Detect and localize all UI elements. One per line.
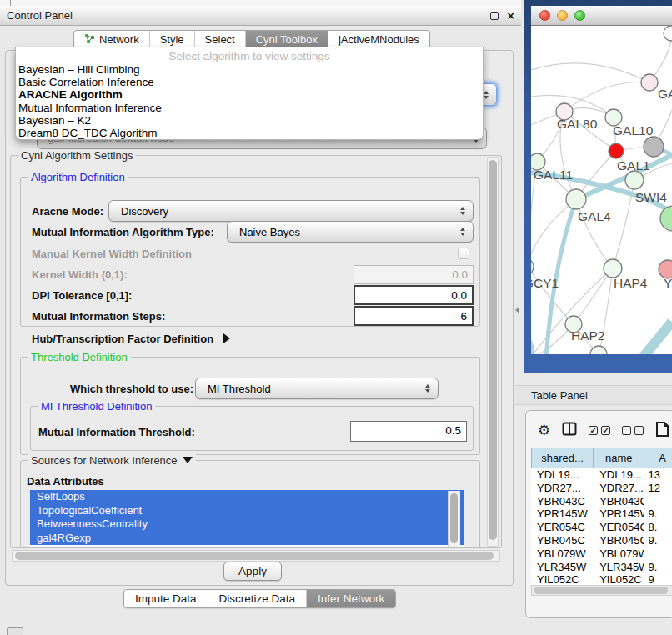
tab-select[interactable]: Select xyxy=(195,31,246,48)
column-header-partial[interactable]: A xyxy=(644,448,672,468)
network-node[interactable] xyxy=(609,143,624,158)
which-threshold-combo[interactable]: MI Threshold xyxy=(195,378,439,399)
table-cell[interactable]: YBR043C xyxy=(531,495,594,508)
dropdown-item-basic-correlation[interactable]: Basic Correlation Inference xyxy=(16,76,483,88)
table-row[interactable]: YPR145WYPR145W9. xyxy=(531,508,672,521)
table-cell[interactable]: 9. xyxy=(644,534,672,548)
attribute-item-betweennesscentrality[interactable]: BetweennessCentrality xyxy=(30,518,464,532)
columns-icon[interactable] xyxy=(562,422,577,439)
table-row[interactable]: YER054CYER054C8. xyxy=(531,521,672,534)
gear-icon[interactable]: ⚙ xyxy=(538,423,550,438)
tab-network[interactable]: Network xyxy=(74,31,150,48)
column-header-shared[interactable]: shared... xyxy=(531,448,594,468)
table-cell[interactable] xyxy=(644,495,672,508)
table-cell[interactable]: YLR345W xyxy=(594,561,644,574)
table-cell[interactable]: YER054C xyxy=(531,521,594,534)
network-edge[interactable] xyxy=(531,63,649,82)
window-zoom-button[interactable] xyxy=(574,10,585,21)
table-cell[interactable]: YBL079W xyxy=(594,548,644,561)
network-node[interactable] xyxy=(566,189,586,209)
network-node[interactable] xyxy=(641,74,658,91)
table-row[interactable]: YLR345WYLR345W9. xyxy=(531,561,672,574)
dropdown-item-bayesian-hill-climbing[interactable]: Bayesian – Hill Climbing xyxy=(16,63,483,76)
table-cell[interactable]: YDL19... xyxy=(531,468,594,482)
table-horizontal-scrollbar-thumb[interactable] xyxy=(534,587,668,594)
network-edge[interactable] xyxy=(531,199,576,265)
table-row[interactable]: YBR045CYBR045C9. xyxy=(531,534,672,548)
table-cell[interactable]: YBL079W xyxy=(531,548,594,561)
network-view-canvas[interactable]: GALGAL80GAL10GAL1GAL11SWI4GAL4GCY1HAP4YH… xyxy=(531,26,672,354)
network-node[interactable] xyxy=(664,26,672,41)
table-cell[interactable]: YBR045C xyxy=(531,534,594,548)
hub-definition-disclosure[interactable]: Hub/Transcription Factor Definition xyxy=(32,332,230,345)
tab-impute-data[interactable]: Impute Data xyxy=(124,590,208,608)
dpi-tolerance-field[interactable]: 0.0 xyxy=(354,285,474,305)
deselect-all-checkboxes-icon[interactable] xyxy=(622,426,644,435)
tab-style-label: Style xyxy=(160,33,184,46)
attribute-item-topologicalcoefficient[interactable]: TopologicalCoefficient xyxy=(30,504,464,518)
network-node[interactable] xyxy=(660,206,672,231)
settings-horizontal-scrollbar-thumb[interactable] xyxy=(15,552,494,560)
float-window-icon[interactable] xyxy=(490,12,499,20)
network-node[interactable] xyxy=(604,259,622,278)
network-edge[interactable] xyxy=(564,82,649,112)
panel-splitter-arrow[interactable] xyxy=(515,307,519,313)
select-all-checkboxes-icon[interactable]: ✓✓ xyxy=(589,426,610,435)
window-close-button[interactable] xyxy=(539,10,550,21)
dropdown-item-bayesian-k2[interactable]: Bayesian – K2 xyxy=(16,114,483,127)
dropdown-item-mutual-information[interactable]: Mutual Information Inference xyxy=(16,102,483,114)
network-node-label: GAL10 xyxy=(613,123,654,138)
table-cell[interactable]: YLR345W xyxy=(531,561,594,574)
network-window-titlebar[interactable] xyxy=(531,6,672,26)
table-cell[interactable]: 9. xyxy=(644,508,672,521)
network-node[interactable] xyxy=(644,137,664,157)
table-row[interactable]: YDR27...YDR27...12 xyxy=(531,482,672,495)
table-cell[interactable]: YBR043C xyxy=(594,495,644,508)
mi-algorithm-type-value: Naive Bayes xyxy=(239,226,300,238)
tab-discretize-data[interactable]: Discretize Data xyxy=(208,590,308,608)
table-row[interactable]: YDL19...YDL19...13 xyxy=(531,468,672,482)
column-header-name[interactable]: name xyxy=(594,448,644,468)
data-attributes-label: Data Attributes xyxy=(27,475,104,488)
apply-button[interactable]: Apply xyxy=(223,562,282,581)
mi-threshold-field[interactable]: 0.5 xyxy=(350,421,467,442)
table-cell[interactable]: YDR27... xyxy=(531,482,594,495)
table-cell[interactable]: YBR045C xyxy=(594,534,644,548)
settings-vertical-scrollbar-thumb[interactable] xyxy=(489,160,497,540)
table-row[interactable]: YBL079WYBL079W xyxy=(531,548,672,561)
tab-cyni-toolbox[interactable]: Cyni Toolbox xyxy=(246,31,328,48)
manual-kernel-width-checkbox[interactable] xyxy=(458,248,469,259)
table-cell[interactable]: YPR145W xyxy=(531,508,594,521)
table-cell[interactable]: 13 xyxy=(644,468,672,482)
table-cell[interactable] xyxy=(644,548,672,561)
attribute-item-selfloops[interactable]: SelfLoops xyxy=(30,490,464,504)
window-minimize-button[interactable] xyxy=(557,10,568,21)
table-cell[interactable]: 8. xyxy=(644,521,672,534)
dropdown-item-dream8[interactable]: Dream8 DC_TDC Algorithm xyxy=(16,127,483,139)
network-edge-highlighted[interactable] xyxy=(642,322,672,354)
tab-style[interactable]: Style xyxy=(150,31,195,48)
table-row[interactable]: YBR043CYBR043C xyxy=(531,495,672,508)
network-node[interactable] xyxy=(590,346,607,354)
close-icon[interactable]: × xyxy=(507,12,514,20)
mi-algorithm-type-combo[interactable]: Naive Bayes xyxy=(227,221,474,242)
mi-steps-field[interactable]: 6 xyxy=(354,306,474,326)
network-edge-highlighted[interactable] xyxy=(531,330,532,354)
table-cell[interactable]: 12 xyxy=(644,482,672,495)
table-cell[interactable]: YDR27... xyxy=(594,482,644,495)
table-cell[interactable]: 9. xyxy=(644,561,672,574)
tab-jactivemnodules[interactable]: jActiveMNodules xyxy=(328,31,429,48)
new-table-icon[interactable] xyxy=(655,421,672,440)
network-edge[interactable] xyxy=(575,268,613,322)
disclosure-down-icon[interactable] xyxy=(183,457,193,463)
table-cell[interactable]: YER054C xyxy=(594,521,644,534)
kernel-width-field[interactable]: 0.0 xyxy=(354,265,474,284)
dropdown-item-aracne[interactable]: ARACNE Algorithm xyxy=(16,88,483,101)
table-cell[interactable]: YDL19... xyxy=(594,468,644,482)
network-node[interactable] xyxy=(625,171,644,189)
attribute-item-gal4rgexp[interactable]: gal4RGexp xyxy=(30,532,464,546)
tab-infer-network[interactable]: Infer Network xyxy=(307,590,395,608)
attributes-scrollbar-thumb[interactable] xyxy=(450,493,458,543)
table-cell[interactable]: YPR145W xyxy=(594,508,644,521)
aracne-mode-combo[interactable]: Discovery xyxy=(108,200,474,222)
